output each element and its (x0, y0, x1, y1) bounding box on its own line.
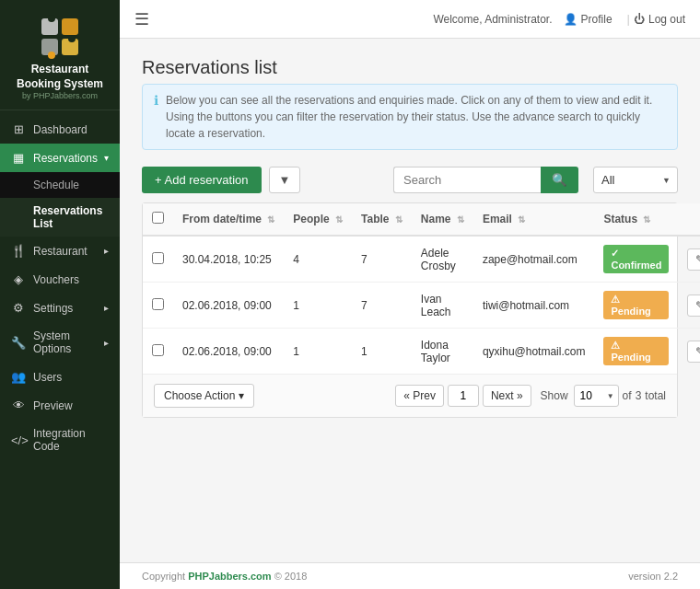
profile-link[interactable]: 👤 Profile (564, 13, 612, 26)
current-page-input[interactable] (448, 385, 479, 407)
sidebar-item-users[interactable]: 👥 Users (0, 363, 120, 391)
sidebar-subitem-schedule[interactable]: Schedule (0, 172, 120, 198)
select-all-checkbox[interactable] (152, 212, 164, 224)
page-info-text: Below you can see all the reservations a… (166, 92, 666, 142)
sort-from-date-icon: ⇅ (267, 214, 274, 225)
sort-status-icon: ⇅ (643, 214, 650, 225)
row-checkbox-1[interactable] (152, 298, 164, 310)
next-page-button[interactable]: Next » (483, 385, 531, 407)
row-status: ⚠ Pending (594, 329, 678, 375)
edit-button-2[interactable]: ✎ (687, 341, 700, 363)
row-actions: ✎ 🗑 (678, 329, 700, 375)
footer-brand-link[interactable]: PHPJabbers.com (188, 571, 271, 582)
col-from-date[interactable]: From date/time ⇅ (173, 203, 284, 236)
sort-people-icon: ⇅ (335, 214, 343, 225)
total-word: total (645, 389, 666, 402)
edit-button-1[interactable]: ✎ (687, 294, 700, 317)
sidebar-item-vouchers[interactable]: ◈ Vouchers (0, 265, 120, 294)
sidebar-item-preview[interactable]: 👁 Preview (0, 391, 120, 420)
info-icon: ℹ (154, 93, 158, 108)
sidebar-item-reservations[interactable]: ▦ Reservations ▾ (0, 144, 120, 172)
row-actions: ✎ 🗑 (678, 283, 700, 329)
table-footer: Choose Action ▾ « Prev Next » Show 10 25… (143, 374, 677, 417)
row-people: 1 (284, 329, 352, 375)
search-button[interactable]: 🔍 (541, 167, 578, 193)
col-table[interactable]: Table ⇅ (352, 203, 412, 236)
row-people: 4 (284, 236, 352, 283)
status-badge-icon: ⚠ (611, 294, 620, 305)
col-email[interactable]: Email ⇅ (473, 203, 595, 236)
row-people: 1 (284, 283, 352, 329)
row-actions: ✎ 🗑 (678, 236, 700, 283)
sidebar-logo: Restaurant Booking System by PHPJabbers.… (0, 0, 120, 110)
row-status: ✓ Confirmed (594, 236, 678, 283)
profile-icon: 👤 (564, 13, 578, 26)
svg-rect-1 (62, 18, 78, 35)
row-table: 7 (352, 236, 412, 283)
row-checkbox-cell (143, 283, 173, 329)
row-email: qyxihu@hotmail.com (473, 329, 595, 375)
action-buttons: ✎ 🗑 (687, 341, 700, 363)
sidebar-label-users: Users (33, 371, 62, 384)
header: ☰ Welcome, Administrator. 👤 Profile | ⏻ … (120, 0, 700, 39)
filter-dropdown-button[interactable]: ▼ (269, 167, 301, 193)
show-per-page-select[interactable]: 10 25 50 100 (574, 385, 619, 407)
sidebar-app-subtitle: by PHPJabbers.com (9, 91, 111, 100)
add-reservation-button[interactable]: + Add reservation (142, 167, 262, 193)
sidebar-item-system-options[interactable]: 🔧 System Options ▸ (0, 322, 120, 363)
sidebar-label-settings: Settings (33, 302, 73, 315)
col-name[interactable]: Name ⇅ (412, 203, 473, 236)
hamburger-button[interactable]: ☰ (134, 9, 149, 29)
search-input[interactable] (393, 167, 541, 193)
search-icon: 🔍 (552, 173, 567, 187)
sidebar-label-integration-code: Integration Code (33, 427, 109, 453)
sidebar-label-dashboard: Dashboard (33, 123, 88, 136)
row-checkbox-0[interactable] (152, 252, 164, 264)
row-status: ⚠ Pending (594, 283, 678, 329)
svg-point-4 (48, 15, 55, 22)
footer-year: © 2018 (272, 571, 308, 582)
choose-action-button[interactable]: Choose Action ▾ (154, 384, 254, 408)
pagination: « Prev Next » (395, 385, 531, 407)
welcome-text: Welcome, Administrator. (433, 13, 552, 26)
toolbar: + Add reservation ▼ 🔍 All Confirmed Pend… (142, 167, 678, 193)
sidebar-item-settings[interactable]: ⚙ Settings ▸ (0, 294, 120, 322)
restaurant-arrow-icon: ▸ (104, 246, 109, 256)
sort-email-icon: ⇅ (518, 214, 525, 225)
col-actions (678, 203, 700, 236)
logout-link[interactable]: ⏻ Log out (634, 13, 685, 26)
vouchers-icon: ◈ (11, 272, 26, 286)
table-row: 30.04.2018, 10:25 4 7 Adele Crosby zape@… (143, 236, 700, 283)
sidebar-label-system-options: System Options (33, 329, 104, 355)
col-status[interactable]: Status ⇅ (594, 203, 678, 236)
status-filter-select[interactable]: All Confirmed Pending Cancelled (593, 167, 678, 193)
restaurant-icon: 🍴 (11, 244, 26, 258)
row-name: Ivan Leach (412, 283, 473, 329)
of-label: of (623, 389, 632, 402)
status-filter-wrap: All Confirmed Pending Cancelled (586, 167, 678, 193)
copyright-text: Copyright (142, 571, 188, 582)
prev-page-button[interactable]: « Prev (395, 385, 444, 407)
sidebar-sub-reservations: Schedule Reservations List (0, 172, 120, 237)
row-from-date: 02.06.2018, 09:00 (173, 329, 284, 375)
table-header-row: From date/time ⇅ People ⇅ Table ⇅ Name ⇅ (143, 203, 700, 236)
footer-copyright: Copyright PHPJabbers.com © 2018 (142, 571, 307, 582)
sidebar-item-integration-code[interactable]: </> Integration Code (0, 420, 120, 460)
sidebar-item-restaurant[interactable]: 🍴 Restaurant ▸ (0, 237, 120, 265)
select-all-header (143, 203, 173, 236)
col-people[interactable]: People ⇅ (284, 203, 352, 236)
row-checkbox-cell (143, 236, 173, 283)
system-options-arrow-icon: ▸ (104, 338, 109, 348)
sidebar-subitem-reservations-list[interactable]: Reservations List (0, 198, 120, 237)
total-count: 3 (636, 389, 642, 402)
table-row: 02.06.2018, 09:00 1 7 Ivan Leach tiwi@ho… (143, 283, 700, 329)
sidebar-item-dashboard[interactable]: ⊞ Dashboard (0, 115, 120, 144)
status-badge: ✓ Confirmed (603, 245, 669, 273)
edit-button-0[interactable]: ✎ (687, 248, 700, 271)
reservations-table-wrap: From date/time ⇅ People ⇅ Table ⇅ Name ⇅ (142, 202, 678, 418)
sort-name-icon: ⇅ (457, 214, 464, 225)
row-checkbox-cell (143, 329, 173, 375)
row-name: Idona Taylor (412, 329, 473, 375)
row-checkbox-2[interactable] (152, 344, 164, 356)
profile-label: Profile (581, 13, 612, 26)
